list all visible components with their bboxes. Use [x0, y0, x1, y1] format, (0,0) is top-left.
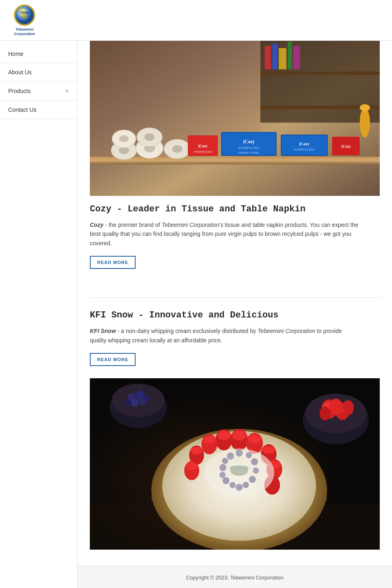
cozy-product-image: )Cozy INTERFOLDED )Cozy INTERFOLDED PAPE…	[90, 41, 380, 196]
cozy-product-title: Cozy - Leader in Tissue and Table Napkin	[90, 204, 380, 214]
svg-point-69	[248, 435, 261, 444]
cozy-brand-name: Cozy	[90, 222, 103, 228]
kfi-product-image	[90, 378, 380, 550]
cozy-company-name: Tebeemini Corporation's	[162, 222, 223, 228]
logo-svg: TBMN	[15, 4, 34, 26]
svg-rect-7	[261, 71, 380, 75]
svg-point-25	[145, 133, 155, 141]
svg-point-57	[135, 391, 144, 399]
svg-rect-9	[265, 46, 271, 69]
svg-point-61	[125, 399, 131, 406]
svg-point-99	[204, 448, 274, 497]
svg-point-41	[360, 108, 370, 138]
kfi-desc-text: - a non-dairy whipping cream exclusively…	[116, 328, 258, 334]
main-content: )Cozy INTERFOLDED )Cozy INTERFOLDED PAPE…	[78, 41, 392, 588]
svg-point-23	[119, 135, 129, 142]
sidebar-item-home-label: Home	[8, 51, 23, 57]
svg-point-76	[217, 431, 230, 440]
cozy-desc-text: - the premier brand of	[103, 222, 161, 228]
logo-circle: TBMN	[14, 4, 35, 26]
sidebar-item-contact[interactable]: Contact Us	[0, 101, 77, 119]
company-name: Tebeemini Corporation	[14, 27, 35, 36]
svg-text:)Cozy: )Cozy	[243, 139, 255, 144]
svg-text:)Cozy: )Cozy	[341, 144, 351, 149]
svg-point-55	[112, 384, 165, 417]
products-expand-icon[interactable]: +	[65, 87, 69, 95]
svg-point-60	[139, 398, 146, 405]
svg-point-78	[203, 436, 216, 444]
cozy-product-description: Cozy - the premier brand of Tebeemini Co…	[90, 220, 359, 248]
section-divider	[90, 297, 380, 298]
svg-point-59	[131, 399, 138, 406]
svg-point-71	[263, 446, 275, 454]
logo[interactable]: TBMN Tebeemini Corporation	[8, 4, 41, 36]
kfi-brand-name: KFI Snow	[90, 328, 116, 334]
product-section-cozy: )Cozy INTERFOLDED )Cozy INTERFOLDED PAPE…	[78, 41, 392, 285]
product-section-kfi: KFI Snow - Innovative and Delicious KFI …	[78, 310, 392, 566]
svg-text:INTERFOLDED: INTERFOLDED	[294, 148, 315, 151]
svg-rect-10	[272, 44, 278, 69]
footer-copyright: Copyright © 2023, Tebeemini Corporation	[186, 575, 283, 581]
header: TBMN Tebeemini Corporation	[0, 0, 392, 41]
kfi-product-description: KFI Snow - a non-dairy whipping cream ex…	[90, 326, 359, 345]
sidebar-item-about-label: About Us	[8, 69, 32, 75]
svg-text:PAPER TOWEL: PAPER TOWEL	[238, 151, 260, 155]
svg-text:INTERFOLDED: INTERFOLDED	[194, 150, 212, 153]
svg-point-53	[343, 400, 354, 415]
svg-point-80	[191, 447, 202, 455]
kfi-image-svg	[90, 378, 380, 550]
cozy-image-svg: )Cozy INTERFOLDED )Cozy INTERFOLDED PAPE…	[90, 41, 380, 196]
sidebar-item-products[interactable]: Products +	[0, 82, 77, 101]
svg-text:)Cozy: )Cozy	[198, 144, 208, 149]
cozy-read-more-button[interactable]: READ MORE	[90, 256, 136, 269]
svg-rect-12	[287, 42, 292, 69]
svg-point-51	[329, 399, 342, 415]
svg-point-67	[232, 430, 246, 440]
svg-point-52	[320, 406, 330, 420]
sidebar-item-home[interactable]: Home	[0, 45, 77, 63]
sidebar-item-about[interactable]: About Us	[0, 63, 77, 82]
svg-text:)Cozy: )Cozy	[299, 142, 310, 146]
svg-text:INTERFOLDED: INTERFOLDED	[238, 146, 260, 150]
svg-point-82	[186, 462, 198, 470]
sidebar: Home About Us Products + Contact Us	[0, 41, 78, 588]
svg-point-21	[172, 145, 183, 153]
svg-rect-13	[293, 46, 300, 69]
layout: Home About Us Products + Contact Us	[0, 41, 392, 588]
kfi-product-title: KFI Snow - Innovative and Delicious	[90, 310, 380, 320]
kfi-company-name: Tebeemini Corporation	[258, 328, 315, 334]
sidebar-item-contact-label: Contact Us	[8, 107, 36, 113]
sidebar-item-products-label: Products	[8, 88, 31, 94]
svg-rect-15	[90, 157, 380, 164]
svg-point-42	[360, 104, 370, 111]
kfi-read-more-button[interactable]: READ MORE	[90, 353, 136, 366]
footer: Copyright © 2023, Tebeemini Corporation	[78, 566, 392, 588]
svg-rect-11	[279, 48, 287, 69]
